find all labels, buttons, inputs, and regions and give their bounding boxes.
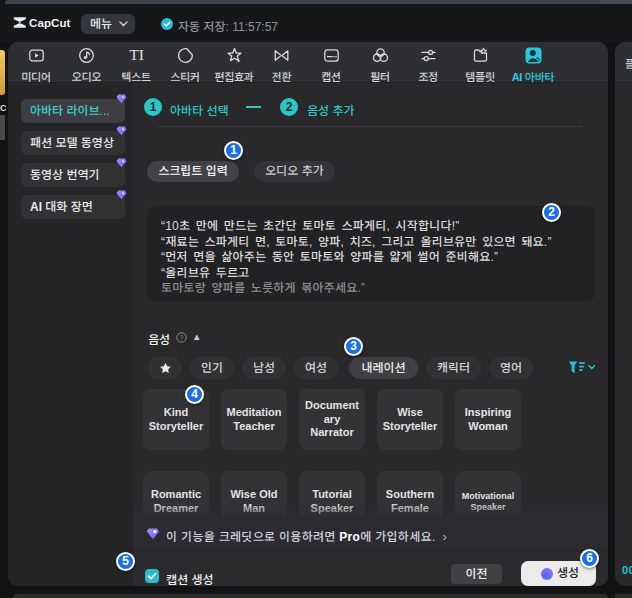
svg-text:?: ? [180, 334, 184, 341]
svg-text:TI: TI [129, 47, 144, 63]
